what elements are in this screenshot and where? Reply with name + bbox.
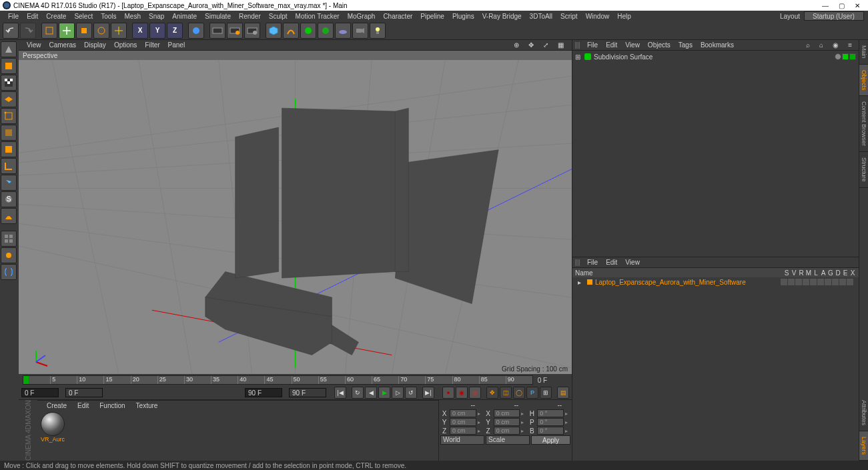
material-manager[interactable]: VR_Aurc xyxy=(37,411,438,448)
vp-menu-cameras[interactable]: Cameras xyxy=(45,41,81,49)
scale-y-field[interactable]: 0 cm xyxy=(494,418,520,426)
layer-flag-icon[interactable] xyxy=(781,279,787,285)
undo-button[interactable] xyxy=(3,23,19,39)
vp-zoom-icon[interactable]: ⤢ xyxy=(539,41,552,49)
timeline-playhead[interactable] xyxy=(23,376,29,384)
render-pv-button[interactable] xyxy=(227,23,243,39)
om-menu-objects[interactable]: Objects xyxy=(644,41,675,49)
next-frame-button[interactable]: ▷ xyxy=(392,387,404,399)
home-icon[interactable]: ⌂ xyxy=(815,41,827,49)
locked-button[interactable] xyxy=(1,247,17,263)
mat-menu-edit[interactable]: Edit xyxy=(72,402,94,409)
prev-frame-button[interactable]: ◀ xyxy=(365,387,377,399)
om-menu-bookmarks[interactable]: Bookmarks xyxy=(697,41,738,49)
add-camera-button[interactable] xyxy=(352,23,368,39)
minimize-button[interactable]: — xyxy=(817,1,833,10)
range-end-field[interactable]: 90 F xyxy=(245,388,282,397)
list-icon[interactable]: ≡ xyxy=(844,41,856,49)
add-generator-button[interactable] xyxy=(300,23,316,39)
menu-file[interactable]: File xyxy=(4,13,23,20)
tab-objects[interactable]: Objects xyxy=(859,65,868,97)
search-icon[interactable]: ⌕ xyxy=(802,41,814,49)
layer-flag-icon[interactable] xyxy=(795,279,802,285)
layer-color-icon[interactable] xyxy=(587,279,592,285)
menu-vray-bridge[interactable]: V-Ray Bridge xyxy=(478,13,526,20)
key-rot-button[interactable]: ◯ xyxy=(513,387,525,399)
material-slot[interactable]: VR_Aurc xyxy=(39,412,67,447)
loop-button[interactable]: ↻ xyxy=(352,387,364,399)
vp-menu-filter[interactable]: Filter xyxy=(141,41,163,49)
pos-z-field[interactable]: 0 cm xyxy=(450,427,476,435)
edges-mode-button[interactable] xyxy=(1,125,17,141)
layer-flag-icon[interactable] xyxy=(803,279,809,285)
vis-tag-icon[interactable] xyxy=(842,53,849,60)
layer-flag-icon[interactable] xyxy=(832,279,839,285)
expand-icon[interactable]: ▸ xyxy=(578,279,584,286)
om-menu-edit[interactable]: Edit xyxy=(602,41,621,49)
menu-help[interactable]: Help xyxy=(613,13,635,20)
goto-end-button[interactable]: ▶| xyxy=(422,387,434,399)
key-scale-button[interactable]: ◫ xyxy=(500,387,512,399)
menu-plugins[interactable]: Plugins xyxy=(448,13,478,20)
material-thumb[interactable] xyxy=(41,412,65,436)
workplane-button[interactable] xyxy=(1,91,17,107)
add-environment-button[interactable] xyxy=(335,23,351,39)
mat-menu-function[interactable]: Function xyxy=(94,402,130,409)
menu-tools[interactable]: Tools xyxy=(97,13,120,20)
close-button[interactable]: ✕ xyxy=(849,1,865,10)
key-pla-button[interactable]: ⊞ xyxy=(540,387,552,399)
layer-flag-icon[interactable] xyxy=(817,279,824,285)
axis-y-button[interactable]: Y xyxy=(149,23,165,39)
keyframe-sel-button[interactable]: ◎ xyxy=(469,387,481,399)
key-pos-button[interactable]: ✥ xyxy=(486,387,498,399)
tab-main[interactable]: Main xyxy=(859,40,868,65)
scale-x-field[interactable]: 0 cm xyxy=(494,409,520,417)
points-mode-button[interactable] xyxy=(1,108,17,124)
add-deformer-button[interactable] xyxy=(318,23,334,39)
menu-window[interactable]: Window xyxy=(582,13,614,20)
goto-start-button[interactable]: |◀ xyxy=(334,387,346,399)
key-param-button[interactable]: P xyxy=(526,387,538,399)
vp-nav-icon[interactable]: ⊕ xyxy=(510,41,523,49)
project-length-field[interactable]: 90 F xyxy=(289,388,326,397)
vp-menu-options[interactable]: Options xyxy=(110,41,141,49)
tab-attributes[interactable]: Attributes xyxy=(859,395,868,431)
vp-menu-display[interactable]: Display xyxy=(80,41,110,49)
current-frame-field[interactable]: 0 F xyxy=(65,388,103,397)
menu-snap[interactable]: Snap xyxy=(145,13,168,20)
menu-sculpt[interactable]: Sculpt xyxy=(265,13,292,20)
scale-button[interactable] xyxy=(76,23,92,39)
move-button[interactable] xyxy=(59,23,75,39)
rot-h-field[interactable]: 0 ° xyxy=(537,409,564,417)
layer-name[interactable]: Laptop_Expanscape_Aurora_with_Miner_Soft… xyxy=(595,279,778,286)
expand-icon[interactable]: ⊞ xyxy=(575,53,582,61)
menu-mesh[interactable]: Mesh xyxy=(121,13,145,20)
layer-flag-icon[interactable] xyxy=(847,279,853,285)
snap-button[interactable]: S xyxy=(1,191,17,207)
vp-pan-icon[interactable]: ✥ xyxy=(524,41,538,49)
menu-character[interactable]: Character xyxy=(379,13,416,20)
recent-tool-button[interactable] xyxy=(111,23,127,39)
layout-dropdown[interactable]: Startup (User) xyxy=(804,11,864,21)
attr-menu-file[interactable]: File xyxy=(583,259,602,266)
menu-animate[interactable]: Animate xyxy=(168,13,201,20)
menu-simulate[interactable]: Simulate xyxy=(201,13,235,20)
menu-edit[interactable]: Edit xyxy=(23,13,42,20)
menu-create[interactable]: Create xyxy=(42,13,70,20)
menu-script[interactable]: Script xyxy=(556,13,582,20)
mat-menu-texture[interactable]: Texture xyxy=(131,402,163,409)
polygons-mode-button[interactable] xyxy=(1,141,17,157)
tab-content-browser[interactable]: Content Browser xyxy=(859,96,868,152)
layer-flag-icon[interactable] xyxy=(825,279,831,285)
tab-structure[interactable]: Structure xyxy=(859,152,868,188)
add-spline-button[interactable] xyxy=(283,23,299,39)
layer-item[interactable]: ▸ Laptop_Expanscape_Aurora_with_Miner_So… xyxy=(572,277,859,287)
vp-toggle-icon[interactable]: ▦ xyxy=(554,41,568,49)
coord-scale-dropdown[interactable]: Scale xyxy=(486,435,530,445)
coord-space-dropdown[interactable]: World xyxy=(440,435,484,445)
pos-x-field[interactable]: 0 cm xyxy=(450,409,476,417)
redo-button[interactable] xyxy=(20,23,36,39)
autokey-button[interactable]: ◉ xyxy=(456,387,468,399)
live-select-button[interactable] xyxy=(41,23,57,39)
key-options-button[interactable]: ▤ xyxy=(557,387,569,399)
